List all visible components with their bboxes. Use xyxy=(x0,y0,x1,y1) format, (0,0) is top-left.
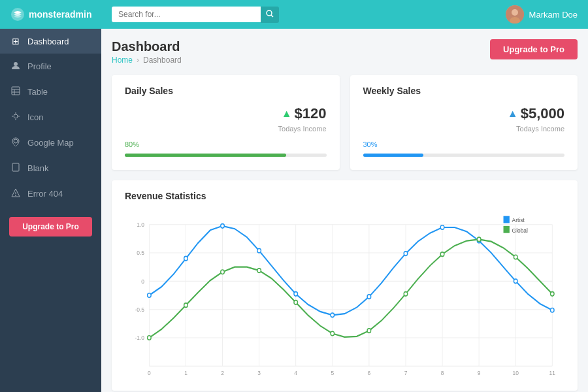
daily-sales-amount-row: ▲ $120 xyxy=(125,105,327,122)
svg-text:8: 8 xyxy=(441,370,444,377)
svg-text:10: 10 xyxy=(513,370,519,377)
svg-point-56 xyxy=(148,293,152,298)
svg-text:5: 5 xyxy=(331,370,334,377)
sidebar-item-label: Blank xyxy=(27,163,49,173)
weekly-sales-amount: $5,000 xyxy=(521,105,564,122)
svg-line-2 xyxy=(271,15,273,17)
sidebar-item-googlemap[interactable]: Google Map xyxy=(0,130,101,155)
logo-text: monsteradmin xyxy=(29,9,91,20)
svg-text:-1.0: -1.0 xyxy=(135,335,144,342)
svg-point-1 xyxy=(267,10,272,16)
page-header: Dashboard Home › Dashboard Upgrade to Pr… xyxy=(112,39,578,65)
svg-point-62 xyxy=(367,295,371,299)
search-button[interactable] xyxy=(261,7,279,23)
sidebar-item-dashboard[interactable]: ⊞ Dashboard xyxy=(0,29,101,54)
svg-point-69 xyxy=(184,303,188,308)
legend-blue-rect xyxy=(504,216,510,223)
blank-icon xyxy=(10,163,21,174)
svg-text:0: 0 xyxy=(148,370,151,377)
svg-point-67 xyxy=(551,308,555,313)
logo-icon xyxy=(10,7,25,22)
blue-line xyxy=(149,226,552,315)
daily-sales-amount: $120 xyxy=(295,105,327,122)
svg-text:6: 6 xyxy=(368,370,371,377)
svg-text:9: 9 xyxy=(478,370,481,377)
svg-text:7: 7 xyxy=(404,370,408,377)
profile-icon xyxy=(10,61,21,72)
svg-point-64 xyxy=(440,225,444,230)
svg-text:3: 3 xyxy=(257,370,261,377)
svg-point-4 xyxy=(512,9,518,16)
dashboard-icon: ⊞ xyxy=(10,36,21,46)
svg-text:11: 11 xyxy=(549,370,555,377)
page-title: Dashboard xyxy=(112,39,182,54)
svg-point-77 xyxy=(477,237,481,242)
sidebar-item-profile[interactable]: Profile xyxy=(0,54,101,79)
breadcrumb-home[interactable]: Home xyxy=(112,56,133,65)
svg-point-70 xyxy=(221,270,225,274)
sales-cards-row: Daily Sales ▲ $120 Todays Income 80% Wee… xyxy=(112,75,578,170)
svg-point-79 xyxy=(551,292,555,296)
sidebar-upgrade-button[interactable]: Upgrade to Pro xyxy=(9,217,92,237)
sidebar-item-blank[interactable]: Blank xyxy=(0,155,101,181)
svg-point-76 xyxy=(440,252,444,257)
svg-point-11 xyxy=(14,114,18,118)
svg-rect-17 xyxy=(12,163,19,171)
legend-blue-label: Artist xyxy=(512,217,525,224)
user-name: Markam Doe xyxy=(529,10,578,20)
sidebar-item-icon[interactable]: Icon xyxy=(0,105,101,130)
revenue-statistics-card: Revenue Statistics xyxy=(112,180,578,391)
upgrade-button[interactable]: Upgrade to Pro xyxy=(490,39,578,59)
app-header: monsteradmin Markam Doe xyxy=(0,0,588,29)
daily-progress-label: 80% xyxy=(125,140,327,148)
sidebar-item-label: Table xyxy=(27,87,48,97)
sidebar-item-label: Icon xyxy=(27,112,44,122)
weekly-progress-label: 30% xyxy=(363,140,565,148)
svg-point-6 xyxy=(14,62,18,66)
daily-progress-bg xyxy=(125,154,327,157)
weekly-sales-card: Weekly Sales ▲ $5,000 Todays Income 30% xyxy=(350,75,578,170)
breadcrumb-separator: › xyxy=(137,56,139,65)
daily-sales-label: Todays Income xyxy=(125,125,327,133)
weekly-sales-title: Weekly Sales xyxy=(363,86,565,96)
svg-point-66 xyxy=(514,279,517,284)
svg-point-58 xyxy=(221,224,225,229)
sidebar-item-label: Google Map xyxy=(27,138,74,148)
logo: monsteradmin xyxy=(10,7,112,22)
blue-dots xyxy=(148,224,555,318)
sidebar: ⊞ Dashboard Profile Table Icon Google Ma… xyxy=(0,29,101,392)
svg-text:0.5: 0.5 xyxy=(137,250,144,257)
user-menu[interactable]: Markam Doe xyxy=(506,5,578,24)
svg-point-16 xyxy=(14,139,18,143)
sidebar-item-label: Error 404 xyxy=(27,189,63,199)
svg-point-57 xyxy=(184,256,188,261)
main-content: Dashboard Home › Dashboard Upgrade to Pr… xyxy=(101,29,588,392)
weekly-progress-bg xyxy=(363,154,565,157)
page-title-area: Dashboard Home › Dashboard xyxy=(112,39,182,65)
sidebar-item-error404[interactable]: Error 404 xyxy=(0,181,101,206)
error-icon xyxy=(10,188,21,199)
avatar-image xyxy=(506,5,524,24)
chart-container: 1.0 0.5 0 -0.5 -1.0 0 1 2 3 4 5 6 7 8 9 … xyxy=(125,210,564,380)
search-icon xyxy=(266,10,274,18)
svg-point-60 xyxy=(294,292,298,296)
search-input[interactable] xyxy=(112,7,262,22)
sidebar-item-table[interactable]: Table xyxy=(0,79,101,105)
daily-sales-arrow: ▲ xyxy=(282,108,292,120)
svg-point-71 xyxy=(257,269,261,273)
icon-icon xyxy=(10,112,21,123)
svg-point-74 xyxy=(367,329,371,333)
svg-text:-0.5: -0.5 xyxy=(135,306,144,313)
svg-point-73 xyxy=(331,331,335,336)
weekly-progress-fill xyxy=(363,154,424,157)
breadcrumb: Home › Dashboard xyxy=(112,56,182,65)
weekly-sales-label: Todays Income xyxy=(363,125,565,133)
sidebar-item-label: Profile xyxy=(27,61,52,71)
daily-sales-title: Daily Sales xyxy=(125,86,327,96)
daily-sales-card: Daily Sales ▲ $120 Todays Income 80% xyxy=(112,75,340,170)
legend-green-rect xyxy=(504,226,510,233)
search-area xyxy=(112,7,506,23)
svg-point-72 xyxy=(294,301,298,305)
sidebar-upgrade-area: Upgrade to Pro xyxy=(9,217,92,237)
breadcrumb-current: Dashboard xyxy=(143,56,182,65)
